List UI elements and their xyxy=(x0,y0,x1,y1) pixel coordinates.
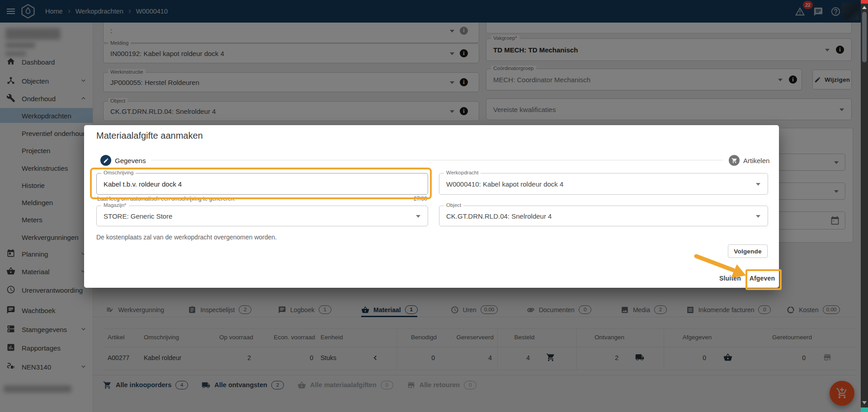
step-gegevens-icon xyxy=(100,155,111,166)
volgende-button[interactable]: Volgende xyxy=(728,244,768,258)
scrollbar-marker-bottom xyxy=(861,407,868,412)
dialog-title: Materiaalafgifte aanmaken xyxy=(96,131,203,141)
scrollbar-marker-top xyxy=(861,0,868,4)
browser-scrollbar[interactable] xyxy=(861,0,868,412)
scroll-up-arrow-icon[interactable] xyxy=(862,6,867,9)
omschrijving-counter: 27/80 xyxy=(389,196,427,202)
app-screen: Home Werkopdrachten W0000410 22 Dashboar… xyxy=(0,0,868,412)
materiaalafgifte-dialog: Materiaalafgifte aanmaken Gegevens Artik… xyxy=(84,125,779,288)
omschrijving-helper: Laat leeg om automatisch een omschrijvin… xyxy=(97,196,236,202)
step-artikelen-icon[interactable] xyxy=(729,155,740,166)
stepper-line xyxy=(151,160,723,160)
edit-icon xyxy=(103,158,109,164)
scrollbar-thumb[interactable] xyxy=(862,12,867,62)
dropdown-caret-icon xyxy=(416,215,420,218)
step-artikelen-label: Artikelen xyxy=(743,157,769,164)
object-dropdown[interactable]: Object CK.GT.DRN.RLD.04: Snelroldeur 4 xyxy=(439,206,768,226)
werkopdracht-dropdown[interactable]: Werkopdracht W0000410: Kabel kapot rolde… xyxy=(439,173,768,195)
dropdown-caret-icon xyxy=(756,215,760,218)
scroll-down-arrow-icon[interactable] xyxy=(862,401,867,404)
cart-icon xyxy=(731,158,737,164)
magazijn-dropdown[interactable]: Magazijn* STORE: Generic Store xyxy=(96,206,428,226)
omschrijving-input[interactable]: Omschrijving Kabel t.b.v. roldeur dock 4 xyxy=(96,173,428,195)
afgeven-button[interactable]: Afgeven xyxy=(747,272,778,285)
step-gegevens-label: Gegevens xyxy=(115,157,146,164)
sluiten-button[interactable]: Sluiten xyxy=(716,272,744,285)
kostenplaats-info-text: De kostenplaats zal van de werkopdracht … xyxy=(96,234,277,241)
dropdown-caret-icon xyxy=(756,183,760,186)
